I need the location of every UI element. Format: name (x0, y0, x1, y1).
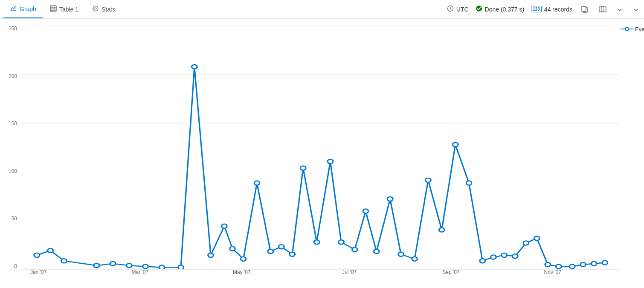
tab-stats[interactable]: Stats (85, 0, 122, 18)
expand-button[interactable] (615, 5, 624, 14)
svg-point-31 (241, 257, 246, 261)
svg-point-44 (398, 252, 404, 256)
svg-point-18 (34, 253, 40, 257)
svg-point-27 (191, 65, 197, 69)
clock-icon (447, 5, 454, 13)
y-label-0: 0 (14, 263, 17, 269)
svg-point-45 (412, 257, 418, 261)
svg-point-19 (48, 248, 53, 253)
svg-point-42 (374, 249, 379, 253)
svg-point-39 (339, 240, 344, 244)
y-label-250: 250 (9, 26, 17, 32)
svg-point-47 (439, 228, 444, 232)
x-label-jan07: Jan '07 (30, 269, 46, 275)
svg-point-26 (178, 265, 184, 269)
done-label: Done (0.377 s) (485, 6, 525, 13)
svg-point-32 (254, 181, 260, 185)
svg-point-38 (328, 159, 333, 164)
tab-bar: Graph Table 1 Stats (0, 0, 644, 19)
svg-point-46 (426, 178, 431, 182)
y-label-50: 50 (12, 216, 17, 222)
done-status: Done (0.377 s) (476, 5, 525, 13)
svg-point-50 (480, 259, 485, 263)
svg-point-56 (545, 262, 551, 267)
svg-point-36 (300, 166, 306, 170)
more-button[interactable] (631, 5, 641, 14)
svg-point-37 (314, 240, 319, 244)
svg-point-24 (143, 264, 148, 268)
x-label-may07: May '07 (233, 269, 251, 275)
records-status: 123 44 records (531, 6, 572, 13)
chart-area: 250 200 150 100 50 0 Jan '07 Mar '07 May… (0, 19, 644, 283)
svg-point-57 (556, 264, 561, 268)
svg-point-25 (159, 265, 165, 269)
svg-point-54 (523, 241, 529, 245)
chart-legend: EventCount (621, 26, 644, 32)
utc-status: UTC (447, 5, 469, 13)
svg-point-60 (591, 262, 597, 266)
legend-label: EventCount (635, 26, 644, 32)
svg-point-61 (602, 261, 608, 265)
svg-point-53 (512, 254, 518, 258)
tab-table1[interactable]: Table 1 (43, 0, 85, 18)
svg-point-23 (127, 263, 132, 268)
copy-button[interactable] (579, 4, 590, 15)
svg-point-40 (352, 248, 357, 252)
utc-label: UTC (456, 6, 469, 13)
tab-stats-label: Stats (102, 6, 115, 13)
svg-point-20 (61, 259, 67, 263)
svg-point-43 (387, 197, 393, 201)
svg-point-51 (490, 255, 496, 259)
svg-point-48 (453, 142, 458, 147)
svg-point-7 (93, 6, 98, 11)
tab-graph[interactable]: Graph (3, 0, 43, 18)
stats-icon (92, 5, 99, 13)
svg-point-34 (278, 245, 284, 249)
svg-point-41 (363, 209, 368, 213)
svg-point-22 (110, 262, 116, 266)
columns-button[interactable] (597, 4, 608, 15)
line-chart-svg (20, 26, 618, 269)
y-label-100: 100 (9, 168, 17, 174)
x-label-nov07: Nov '07 (544, 269, 561, 275)
svg-point-49 (466, 181, 472, 185)
records-label: 44 records (544, 6, 572, 13)
svg-point-21 (94, 263, 99, 268)
x-label-jul07: Jul '07 (342, 269, 357, 275)
svg-point-28 (208, 253, 214, 257)
graph-icon (10, 5, 17, 13)
y-axis: 250 200 150 100 50 0 (0, 26, 20, 283)
y-label-200: 200 (9, 73, 17, 79)
svg-point-63 (625, 27, 629, 31)
legend-eventcount: EventCount (621, 26, 644, 32)
svg-point-29 (222, 224, 227, 228)
svg-point-35 (290, 252, 295, 256)
svg-point-8 (95, 8, 96, 9)
records-icon: 123 (531, 6, 542, 12)
svg-rect-15 (599, 7, 606, 12)
svg-rect-14 (582, 6, 586, 12)
svg-point-55 (534, 236, 540, 240)
svg-line-11 (450, 9, 452, 9)
svg-point-33 (268, 249, 273, 253)
x-label-sep07: Sep '07 (442, 269, 459, 275)
done-icon (476, 5, 482, 13)
x-label-mar07: Mar '07 (132, 269, 149, 275)
chart-inner: Jan '07 Mar '07 May '07 Jul '07 Sep '07 … (20, 26, 644, 283)
y-label-150: 150 (9, 121, 17, 127)
svg-point-52 (502, 253, 507, 257)
legend-line-svg (621, 26, 633, 32)
tab-table1-label: Table 1 (59, 6, 78, 13)
svg-point-59 (580, 262, 586, 267)
svg-point-30 (230, 247, 235, 251)
tab-graph-label: Graph (20, 6, 36, 12)
table-icon (50, 5, 57, 13)
svg-point-58 (569, 264, 575, 268)
toolbar-right: UTC Done (0.377 s) 123 44 records (447, 4, 641, 15)
x-axis: Jan '07 Mar '07 May '07 Jul '07 Sep '07 … (20, 269, 618, 283)
